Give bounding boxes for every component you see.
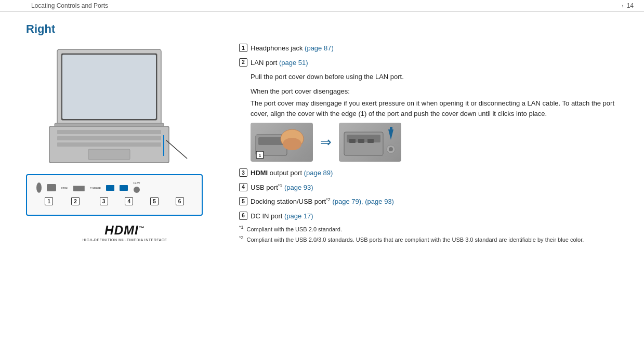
laptop-diagram: [26, 44, 203, 174]
hdmi-logo-text: HDMI™: [26, 223, 224, 238]
right-column: 1 Headphones jack (page 87) 2 LAN port (…: [239, 22, 628, 245]
item-text-4: USB port*1 (page 93): [251, 182, 313, 193]
footnote-num-2: *2: [239, 236, 244, 245]
item-link-4[interactable]: (page 93): [284, 184, 313, 191]
item-text-1: Headphones jack (page 87): [251, 43, 334, 54]
port-2-group: [47, 182, 56, 193]
item-link-6[interactable]: (page 17): [284, 212, 313, 220]
item-2: 2 LAN port (page 51): [239, 58, 628, 68]
port-label-4: 4: [125, 197, 133, 205]
item-1: 1 Headphones jack (page 87): [239, 43, 628, 54]
header-title: Locating Controls and Ports: [31, 2, 108, 9]
port-4-group: [106, 183, 114, 193]
item-text-5: Docking station/USB port*2 (page 79), (p…: [251, 197, 394, 207]
svg-rect-21: [367, 139, 374, 143]
footnote-text-1: Compliant with the USB 2.0 standard.: [247, 225, 342, 234]
lan-image-right: [339, 123, 401, 162]
item-link-5b[interactable]: (page 93): [365, 198, 394, 205]
main-content: Right: [0, 12, 644, 251]
item-num-2: 2: [239, 58, 247, 67]
item-num-6: 6: [239, 212, 247, 220]
item-num-1: 1: [239, 44, 247, 52]
footnote-1: *1 Compliant with the USB 2.0 standard.: [239, 225, 628, 234]
port-strip: HDMI CHARGE 19.5V: [26, 174, 203, 216]
footnote-num-1: *1: [239, 225, 244, 234]
svg-rect-6: [57, 136, 161, 140]
hdmi-logo: HDMI™ HIGH-DEFINITION MULTIMEDIA INTERFA…: [26, 223, 224, 242]
port-label-2: 2: [71, 197, 80, 205]
item-6: 6 DC IN port (page 17): [239, 211, 628, 221]
svg-rect-5: [57, 130, 161, 134]
footnote-text-2: Compliant with the USB 2.0/3.0 standards…: [247, 236, 584, 245]
svg-point-25: [389, 147, 393, 151]
port-label-1: 1: [45, 197, 53, 205]
svg-rect-23: [390, 127, 392, 132]
svg-point-14: [283, 138, 301, 150]
item-3: 3 HDMI output port (page 89): [239, 168, 628, 178]
item-link-3[interactable]: (page 89): [304, 169, 333, 177]
header-chevron: ›: [622, 3, 623, 9]
item-num-5: 5: [239, 197, 247, 205]
port-label-5: 5: [150, 197, 159, 205]
port-label-3: 3: [100, 197, 108, 205]
lan-image-left: 1: [251, 123, 313, 162]
section-title: Right: [26, 22, 224, 36]
footnotes: *1 Compliant with the USB 2.0 standard. …: [239, 225, 628, 244]
svg-rect-19: [349, 139, 356, 143]
port-labels: 1 2 3 4 5 6: [34, 197, 194, 205]
svg-line-9: [166, 140, 187, 159]
svg-rect-20: [358, 139, 364, 143]
port-1-group: [36, 181, 42, 194]
left-column: Right: [26, 22, 224, 245]
header-page: › 14: [622, 2, 634, 9]
item-link-2[interactable]: (page 51): [279, 59, 308, 67]
port-3-group: [73, 183, 85, 192]
item-2-note3: The port cover may disengage if you exer…: [251, 98, 628, 119]
port-label-6: 6: [176, 197, 184, 205]
item-text-3: HDMI output port (page 89): [251, 168, 333, 178]
item-link-1[interactable]: (page 87): [305, 44, 334, 52]
svg-rect-12: [258, 137, 284, 145]
port-5-group: [120, 183, 128, 193]
svg-rect-8: [88, 149, 130, 160]
item-num-4: 4: [239, 183, 247, 191]
item-2-note1: Pull the port cover down before using th…: [251, 72, 628, 82]
header: Locating Controls and Ports › 14: [0, 0, 644, 12]
lan-arrow: ⇒: [320, 134, 332, 150]
page-number: 14: [627, 2, 634, 9]
ports-row: HDMI CHARGE 19.5V: [34, 181, 194, 194]
svg-rect-2: [62, 55, 156, 119]
lan-images: 1 ⇒: [251, 123, 628, 162]
item-text-6: DC IN port (page 17): [251, 211, 313, 221]
svg-rect-7: [57, 142, 161, 147]
item-link-5a[interactable]: (page 79),: [332, 198, 363, 205]
hdmi-logo-subtitle: HIGH-DEFINITION MULTIMEDIA INTERFACE: [26, 238, 224, 242]
svg-text:1: 1: [258, 153, 261, 158]
item-5: 5 Docking station/USB port*2 (page 79), …: [239, 197, 628, 207]
port-6-group: 19.5V: [133, 181, 140, 194]
footnote-2: *2 Compliant with the USB 2.0/3.0 standa…: [239, 236, 628, 245]
item-num-3: 3: [239, 168, 247, 177]
item-4: 4 USB port*1 (page 93): [239, 182, 628, 193]
item-2-note2: When the port cover disengages:: [251, 86, 628, 97]
item-text-2: LAN port (page 51): [251, 58, 308, 68]
